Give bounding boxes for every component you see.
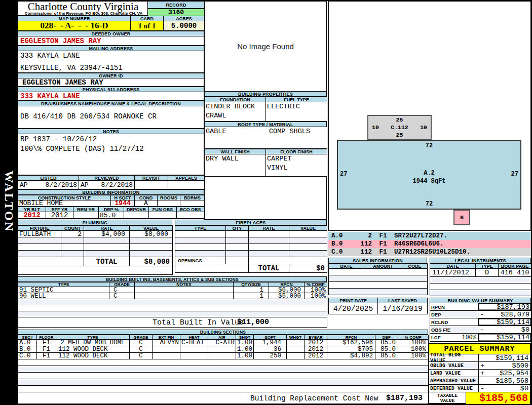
hsqft-value: 1944 bbox=[111, 200, 135, 207]
legal-date: 11/1/2012 bbox=[430, 269, 476, 277]
ecoobs-label: ECO OBS bbox=[177, 207, 205, 212]
legend-a-sec: A.0 bbox=[328, 232, 353, 239]
built-ins-total-row: Total Built In Value $11,000 bbox=[18, 317, 327, 328]
legal-empty-row bbox=[430, 290, 531, 296]
ps-value-cell: -$0 bbox=[479, 385, 530, 392]
ps-label: TOTAL BLDG VALUE bbox=[429, 354, 479, 361]
taxable-label-line2: VALUE bbox=[440, 398, 455, 403]
built-ins-empty-row bbox=[18, 299, 327, 305]
sketch-section-a: 72 27 A.2 1944 SqFt 27 72 bbox=[337, 140, 521, 210]
fireplaces-header-row: TYPE QTY RATE VALUE bbox=[175, 225, 327, 231]
legal-type: D bbox=[476, 269, 499, 277]
acres-label: ACRES bbox=[164, 16, 205, 21]
value-summary-row: RCLND $159,114 bbox=[430, 318, 531, 326]
mailing-address-box: 333 KAYLA LANE KEYSVILLE, VA 23947-4151 bbox=[18, 51, 204, 73]
ps-value-cell: $185,568 bbox=[479, 377, 530, 384]
wall-floor-header: WALL FINISH FLOOR FINISH bbox=[204, 149, 327, 154]
legal-empty-row bbox=[430, 284, 531, 290]
sales-date-label: DATE bbox=[329, 263, 364, 269]
mailing-line2: KEYSVILLE, VA 23947-4151 bbox=[20, 64, 123, 72]
walton-sidebar: WALTON bbox=[0, 0, 18, 405]
vs-label-cell: LCF 100% bbox=[430, 334, 478, 342]
ps-label: DEFERRED VALUE bbox=[429, 385, 479, 392]
bi-comp: 100% bbox=[305, 293, 327, 299]
plumbing-total-label: TOTAL bbox=[84, 257, 130, 266]
bdrms-value bbox=[180, 200, 205, 207]
sketch-section-c: 25 10 C.112 10 25 bbox=[367, 115, 432, 140]
legend-c-floor: F1 bbox=[372, 249, 394, 256]
building-sections-empty-row bbox=[18, 366, 429, 373]
vs-label: OBS F/E bbox=[430, 326, 478, 334]
mailing-address-label: MAILING ADDRESS bbox=[18, 46, 204, 51]
bi-qty: 1 bbox=[234, 287, 269, 293]
foundation-line2: CRAWL bbox=[206, 112, 226, 119]
vs-label: RCLND bbox=[430, 318, 478, 326]
bs-rpcn-label: RPCN bbox=[327, 335, 375, 340]
value-label: VALUE bbox=[130, 225, 173, 231]
vs-value: $28,079 bbox=[501, 311, 529, 318]
legend-row-b: B.0 112 F1 R46SR6D6L6U6. bbox=[328, 240, 531, 248]
rate-label: RATE bbox=[84, 225, 130, 231]
notes-line2: 100\% COMPLETE (DAS) 11/27/12 bbox=[20, 145, 144, 153]
map-header-row: MAP NUMBER CARD ACRES bbox=[18, 16, 205, 21]
bs-shgt-label: SHGT bbox=[236, 335, 254, 340]
ps-value: $159,114 bbox=[496, 354, 528, 362]
rate-value: $4,000 bbox=[84, 231, 130, 237]
vs-value-cell: $187,193 bbox=[478, 303, 531, 311]
ps-label: APPRAISED VALUE bbox=[429, 377, 479, 384]
bs-type-label: TYPE bbox=[56, 335, 130, 340]
building-info-header1: CONSTRUCTION STYLE H SQFT COND ROOMS BDR… bbox=[18, 195, 205, 200]
dep-value: 85.0 bbox=[99, 212, 124, 219]
rcn-value: $187,193 bbox=[373, 394, 423, 402]
built-ins-total-label: Total Built In Value bbox=[153, 318, 244, 327]
vs-label: RPCN bbox=[430, 303, 478, 311]
listed-by: AP bbox=[20, 181, 28, 189]
foundation-fuel-values: CINDER BLOCK CRAWL ELECTRIC bbox=[204, 102, 327, 122]
yrblt-label: YR BLT bbox=[18, 207, 46, 212]
sketch-c-top-dim: 25 bbox=[368, 116, 431, 123]
parcel-row: OBLDG VALUE +$500 bbox=[429, 362, 530, 370]
vs-op: - bbox=[480, 326, 484, 334]
built-ins-header-row: TYPE GRADE NOTES QTY/SIZE RPCN % COMP bbox=[18, 282, 327, 287]
floor-finish-line2: VINYL bbox=[267, 164, 288, 172]
cond-value: A bbox=[135, 200, 158, 207]
vs-op: - bbox=[480, 311, 484, 318]
vs-value-cell: -$0 bbox=[478, 326, 531, 334]
bi-type: 90 WELL bbox=[18, 293, 109, 299]
count-value: 2 bbox=[61, 231, 84, 237]
depovr-value bbox=[124, 212, 149, 219]
building-sections-empty-row bbox=[18, 386, 429, 392]
vs-label: LCF bbox=[431, 335, 440, 340]
legal-header-row: DATE TYPE BOOK PAGE bbox=[430, 263, 531, 269]
revisit-label: REVISIT bbox=[135, 175, 168, 181]
sketch-b-label: B bbox=[460, 215, 464, 221]
record-label: RECORD bbox=[147, 1, 205, 9]
ps-label: LAND VALUE bbox=[429, 370, 479, 377]
bs-eyear-label: EYEAR bbox=[305, 335, 327, 340]
dba-label: DBA/BUISNESS NAME/HOUSE NAME & LEGAL DES… bbox=[18, 101, 204, 106]
legend-c-trace: U27R12SR25U10L25D10. bbox=[394, 249, 470, 256]
legal-description-box: DB 416/410 DB 260/534 ROANOKE CR bbox=[18, 106, 204, 129]
card-label: CARD bbox=[131, 16, 164, 21]
wall-finish-value: DRY WALL bbox=[206, 155, 239, 163]
vs-value-cell: $159,114 bbox=[478, 334, 531, 342]
fuel-label: FUEL TYPE bbox=[266, 97, 327, 102]
bi-type: 91 SEPTIC bbox=[18, 287, 109, 293]
fp-value-label: VALUE bbox=[289, 225, 327, 231]
sketch-a-sqft: 1944 SqFt bbox=[338, 178, 520, 185]
foundation-fuel-header: FOUNDATION FUEL TYPE bbox=[204, 97, 327, 102]
taxable-label-line1: TAXABLE bbox=[437, 393, 458, 398]
sketch-a-top-dim: 72 bbox=[338, 142, 520, 149]
parcel-row: DEFERRED VALUE -$0 bbox=[429, 385, 530, 392]
bi-qty: 1 bbox=[234, 293, 269, 299]
fireplaces-empty-row bbox=[175, 231, 327, 237]
bi-type-label: TYPE bbox=[18, 282, 109, 287]
sales-empty-row bbox=[328, 289, 428, 295]
plumbing-row: FULLBATH 2 $4,000 $8,000 bbox=[18, 231, 173, 237]
sketch-legend: A.0 2 F1 SR72U27L72D27. B.0 112 F1 R46SR… bbox=[328, 232, 531, 257]
legend-b-sec: B.0 bbox=[328, 240, 353, 248]
sales-empty-row bbox=[328, 275, 428, 282]
vs-pct: 100% bbox=[462, 334, 476, 341]
sketch-c-right-dim: 10 bbox=[420, 124, 427, 131]
no-image-text: No Image Found bbox=[205, 42, 326, 51]
